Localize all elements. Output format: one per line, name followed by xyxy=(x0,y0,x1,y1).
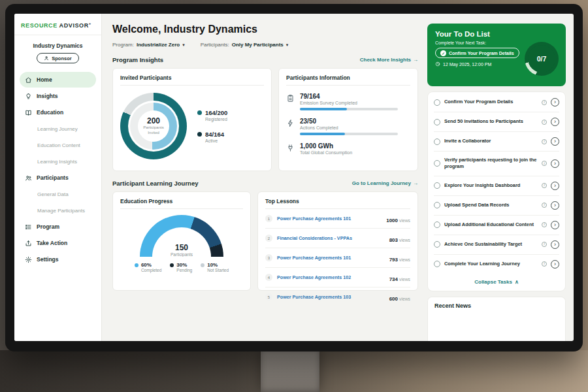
lesson-rank: 1 xyxy=(265,215,272,222)
chevron-right-icon[interactable]: › xyxy=(551,240,559,249)
checkbox-icon[interactable] xyxy=(434,221,440,228)
todo-task-row[interactable]: Upload Additional Educational Content i … xyxy=(434,216,559,235)
sidebar-item-label: Take Action xyxy=(37,240,67,246)
logo-resource: RESOURCE xyxy=(21,22,57,29)
lesson-row: 1 Power Purchase Agreements 101 1000view… xyxy=(265,209,410,229)
program-select[interactable]: Program: Industrialize Zero ▾ xyxy=(112,42,185,48)
list-icon xyxy=(25,223,32,231)
go-to-learning-journey-link[interactable]: Go to Learning Journey → xyxy=(352,180,418,186)
chevron-right-icon[interactable]: › xyxy=(551,221,559,229)
sidebar-item-insights[interactable]: Insights xyxy=(20,88,96,104)
filters-bar: Program: Industrialize Zero ▾ Participan… xyxy=(112,42,418,48)
info-icon: i xyxy=(542,161,547,166)
stat-emission-survey: 79/164 Emission Survey Completed xyxy=(286,93,410,110)
lesson-link[interactable]: Power Purchase Agreements 103 xyxy=(277,294,385,300)
participants-select-value: Only My Participants xyxy=(232,42,284,48)
todo-title: Your To Do List xyxy=(435,30,558,38)
recent-news-title: Recent News xyxy=(434,302,471,309)
org-name: Industry Dynamics xyxy=(14,42,101,49)
sidebar-item-settings[interactable]: Settings xyxy=(20,252,96,267)
chevron-right-icon[interactable]: › xyxy=(551,201,559,210)
sidebar-item-label: Education xyxy=(37,109,63,116)
checkbox-icon[interactable] xyxy=(434,119,440,125)
home-icon xyxy=(25,76,32,84)
chevron-right-icon[interactable]: › xyxy=(551,118,559,126)
lesson-link[interactable]: Power Purchase Agreements 101 xyxy=(277,255,385,261)
monitor-bezel: RESOURCE ADVISOR+ Industry Dynamics Spon… xyxy=(5,4,583,351)
todo-task-row[interactable]: Explore Your Insights Dashboard i › xyxy=(434,176,559,196)
sidebar-item-take-action[interactable]: Take Action xyxy=(20,235,96,251)
card-title: Top Lessons xyxy=(265,198,410,209)
legend-dot xyxy=(197,132,202,137)
todo-task-row[interactable]: Verify participants requesting to join t… xyxy=(434,152,559,176)
participants-select[interactable]: Participants: Only My Participants ▾ xyxy=(201,42,289,48)
app-logo: RESOURCE ADVISOR+ xyxy=(14,22,101,35)
lesson-row: 2 Financial Considerations - VPPAs 803vi… xyxy=(265,229,410,248)
sidebar-item-label: Insights xyxy=(37,93,58,99)
checkbox-icon[interactable] xyxy=(434,139,440,145)
logo-advisor: ADVISOR+ xyxy=(59,22,91,29)
next-task-pill[interactable]: ✓ Confirm Your Program Details xyxy=(435,48,519,58)
sidebar-item-education-content[interactable]: Education Content xyxy=(20,137,96,153)
sidebar: RESOURCE ADVISOR+ Industry Dynamics Spon… xyxy=(14,14,102,341)
sidebar-item-learning-insights[interactable]: Learning Insights xyxy=(20,154,96,169)
info-icon: i xyxy=(542,183,547,188)
actions-progress-bar xyxy=(300,133,345,135)
legend-dot xyxy=(197,110,202,115)
checkbox-icon[interactable] xyxy=(434,202,440,208)
program-select-label: Program: xyxy=(112,42,134,48)
plug-icon xyxy=(286,143,295,152)
lesson-link[interactable]: Power Purchase Agreements 101 xyxy=(277,216,382,221)
sidebar-item-home[interactable]: Home xyxy=(20,72,96,88)
sidebar-item-manage-participants[interactable]: Manage Participants xyxy=(20,203,96,218)
sidebar-item-general-data[interactable]: General Data xyxy=(20,186,96,202)
todo-task-row[interactable]: Complete Your Learning Journey i › xyxy=(434,255,559,274)
checkbox-icon[interactable] xyxy=(434,261,440,267)
sidebar-nav: Home Insights Education Learning Journey xyxy=(14,72,101,267)
checkbox-icon[interactable] xyxy=(434,99,440,106)
sidebar-item-participants[interactable]: Participants xyxy=(20,170,96,186)
chevron-right-icon[interactable]: › xyxy=(551,260,559,269)
sidebar-item-education[interactable]: Education xyxy=(20,105,96,120)
sidebar-item-label: Learning Insights xyxy=(37,159,77,165)
clipboard-icon xyxy=(286,93,295,102)
checkbox-icon[interactable] xyxy=(434,241,440,248)
chevron-right-icon[interactable]: › xyxy=(551,182,559,190)
book-icon xyxy=(25,109,32,116)
invited-legend: 164/200 Registered 84/164 Active xyxy=(197,109,227,143)
todo-list-card: Confirm Your Program Details i › Send 50… xyxy=(427,91,566,291)
checkbox-icon[interactable] xyxy=(434,182,440,189)
checkbox-icon[interactable] xyxy=(434,160,440,167)
lesson-row: 4 Power Purchase Agreements 102 734views xyxy=(265,268,410,287)
person-icon xyxy=(44,56,49,61)
sidebar-item-label: Settings xyxy=(37,256,59,263)
legend-item-not-started: 10% Not Started xyxy=(201,262,229,272)
stat-actions-completed: 23/50 Actions Completed xyxy=(286,118,410,135)
todo-task-row[interactable]: Achieve One Sustainability Target i › xyxy=(434,235,559,255)
sidebar-item-learning-journey[interactable]: Learning Journey xyxy=(20,121,96,137)
lesson-rank: 3 xyxy=(265,254,272,261)
page-title: Welcome, Industry Dynamics xyxy=(112,24,418,35)
sidebar-item-program[interactable]: Program xyxy=(20,219,96,235)
lesson-link[interactable]: Financial Considerations - VPPAs xyxy=(277,235,385,241)
donut-center-value: 200 xyxy=(147,116,160,125)
collapse-tasks-link[interactable]: Collapse Tasks ∧ xyxy=(434,274,559,290)
lesson-rank: 4 xyxy=(265,274,272,281)
lesson-row: 3 Power Purchase Agreements 101 793views xyxy=(265,248,410,268)
info-icon: i xyxy=(542,139,547,144)
monitor-stand xyxy=(261,349,319,392)
gauge-center-value: 150 xyxy=(140,243,223,252)
todo-task-row[interactable]: Upload Spend Data Records i › xyxy=(434,196,559,216)
todo-progress-ring: 0/7 xyxy=(525,42,559,76)
lesson-link[interactable]: Power Purchase Agreements 102 xyxy=(277,274,385,280)
check-more-insights-link[interactable]: Check More Insights → xyxy=(360,57,418,63)
chevron-right-icon[interactable]: › xyxy=(551,159,559,168)
chevron-right-icon[interactable]: › xyxy=(551,137,559,146)
check-icon: ✓ xyxy=(440,50,446,56)
chevron-right-icon[interactable]: › xyxy=(551,98,559,106)
legend-item-registered: 164/200 Registered xyxy=(197,109,227,122)
todo-task-row[interactable]: Invite a Collaborator i › xyxy=(434,132,559,152)
upload-action-icon xyxy=(25,240,32,247)
todo-task-row[interactable]: Confirm Your Program Details i › xyxy=(434,93,559,112)
todo-task-row[interactable]: Send 50 Invitations to Participants i › xyxy=(434,112,559,132)
